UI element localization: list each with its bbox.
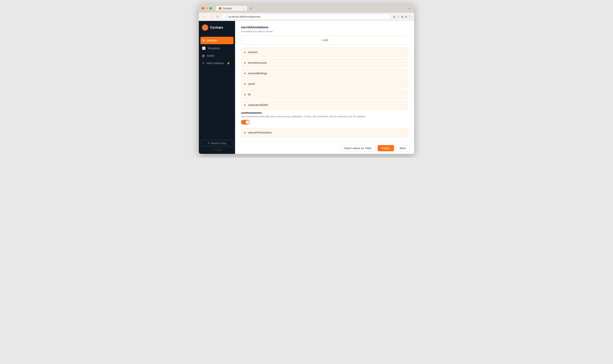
sidebar-item-templates[interactable]: ⬜ Templates <box>199 45 235 52</box>
version-number: v0.15.4 <box>215 148 222 151</box>
back-nav-button[interactable]: ← <box>202 15 206 19</box>
sidebar-item-nodes[interactable]: ▦ Nodes <box>199 52 235 59</box>
chevron-right-icon: ▶ <box>244 104 246 106</box>
browser-titlebar: Cyclops × + ▾ <box>199 4 414 13</box>
tab-title: Cyclops <box>223 7 232 10</box>
tab-area: Cyclops × + <box>216 6 406 11</box>
sidebar-nav: ⊞ Modules ⬜ Templates ▦ Nodes ✳ Helm rel… <box>199 34 235 137</box>
version-text: ⊙ v0.15.4 <box>201 148 233 151</box>
chevron-right-icon: ▶ <box>244 131 246 134</box>
field-desc: Use hostnames internally when announcing… <box>241 115 408 118</box>
app-brand: Cyclops <box>210 26 223 29</box>
new-tab-button[interactable]: + <box>248 6 254 11</box>
use-hostnames-toggle[interactable] <box>241 120 249 125</box>
import-yaml-button[interactable]: Import values as YAML <box>340 145 376 152</box>
accordion-volumepermissions[interactable]: ▶ volumePermissions <box>241 128 408 137</box>
sidebar-item-modules-label: Modules <box>207 39 217 42</box>
back-button[interactable]: Back <box>396 145 409 152</box>
accordion-tls-label: tls <box>248 93 251 96</box>
add-button[interactable]: + Add <box>241 36 408 45</box>
sidebar: 🐙 Cyclops ⊞ Modules ⬜ Templates ▦ Nodes … <box>199 21 235 154</box>
accordion-useexternaldns-label: useExternalDNS <box>248 104 268 106</box>
forward-nav-button[interactable]: → <box>208 15 213 19</box>
app-logo: 🐙 <box>202 25 208 31</box>
accordion-servicebindings-label: serviceBindings <box>248 72 267 75</box>
accordion-sentinel[interactable]: ▶ sentinel <box>241 48 408 57</box>
section-title: secretAnnotations <box>241 26 408 29</box>
field-title: useHostnames <box>241 111 408 114</box>
maximize-button[interactable] <box>209 7 212 10</box>
chevron-right-icon: ▶ <box>244 51 246 53</box>
chevron-right-icon: ▶ <box>244 61 246 64</box>
deploy-button[interactable]: Deploy <box>378 145 394 151</box>
bookmark-icon[interactable]: ☆ <box>397 15 399 19</box>
app-layout: 🐙 Cyclops ⊞ Modules ⬜ Templates ▦ Nodes … <box>199 21 414 154</box>
address-bar[interactable]: ◯ localhost:3000/modules/new <box>222 14 391 19</box>
accordion-serviceaccount[interactable]: ▶ serviceAccount <box>241 58 408 67</box>
accordion-tls[interactable]: ▶ tls <box>241 90 408 99</box>
templates-icon: ⬜ <box>202 47 206 50</box>
report-bug-label: Report a Bug <box>211 142 226 145</box>
puzzle-icon[interactable]: ⊕ <box>401 15 404 19</box>
extensions-icon[interactable]: ⧉ <box>393 15 395 19</box>
secret-annotations-section: secretAnnotations Annotations to add to … <box>241 26 408 45</box>
close-button[interactable] <box>202 7 204 10</box>
url-text: localhost:3000/modules/new <box>228 15 260 18</box>
accordion-sentinel-label: sentinel <box>248 51 257 54</box>
browser-navbar: ← → ↻ ◯ localhost:3000/modules/new ⧉ ☆ ⊕… <box>199 13 414 21</box>
use-hostnames-field: useHostnames Use hostnames internally wh… <box>241 111 408 125</box>
minimize-button[interactable] <box>205 7 208 10</box>
profile-icon[interactable]: ● <box>405 15 407 18</box>
modules-icon: ⊞ <box>202 39 205 42</box>
accordion-volumepermissions-label: volumePermissions <box>248 131 272 134</box>
sidebar-item-helm-label: Helm releases <box>206 62 224 65</box>
sidebar-item-templates-label: Templates <box>208 47 220 50</box>
section-desc: Annotations to add to secret <box>241 30 408 33</box>
security-icon: ◯ <box>225 15 227 18</box>
helm-badge: ⚡ <box>227 62 230 65</box>
bottom-toolbar: Import values as YAML Deploy Back <box>235 142 414 154</box>
sidebar-footer: ✳ Report a Bug ⊙ v0.15.4 <box>199 137 235 154</box>
tab-close-icon[interactable]: × <box>243 7 245 10</box>
toggle-wrapper <box>241 120 408 125</box>
accordion-sysctl[interactable]: ▶ sysctl <box>241 79 408 88</box>
nodes-icon: ▦ <box>202 54 205 57</box>
traffic-lights <box>202 7 212 10</box>
sidebar-item-helm-releases[interactable]: ✳ Helm releases ⚡ <box>199 59 235 67</box>
sidebar-header: 🐙 Cyclops <box>199 21 235 34</box>
github-icon: ⊙ <box>212 148 214 151</box>
accordion-sysctl-label: sysctl <box>248 82 255 85</box>
helm-icon: ✳ <box>202 61 204 65</box>
accordion-serviceaccount-label: serviceAccount <box>248 61 267 64</box>
tab-dropdown-icon[interactable]: ▾ <box>408 6 411 10</box>
nav-icons: ⧉ ☆ ⊕ ● ⋮ <box>393 15 411 19</box>
chevron-right-icon: ▶ <box>244 93 246 96</box>
tab-favicon <box>219 7 221 10</box>
menu-icon[interactable]: ⋮ <box>409 15 411 19</box>
accordion-servicebindings[interactable]: ▶ serviceBindings <box>241 69 408 78</box>
main-content: secretAnnotations Annotations to add to … <box>235 21 414 154</box>
sidebar-item-nodes-label: Nodes <box>207 54 215 57</box>
chevron-right-icon: ▶ <box>244 82 246 85</box>
reload-button[interactable]: ↻ <box>215 15 220 19</box>
bug-icon: ✳ <box>208 142 210 145</box>
active-tab[interactable]: Cyclops × <box>216 6 247 11</box>
chevron-right-icon: ▶ <box>244 72 246 75</box>
accordion-useexternaldns[interactable]: ▶ useExternalDNS <box>241 101 408 109</box>
report-bug-button[interactable]: ✳ Report a Bug <box>201 140 233 146</box>
sidebar-item-modules[interactable]: ⊞ Modules <box>200 37 233 44</box>
